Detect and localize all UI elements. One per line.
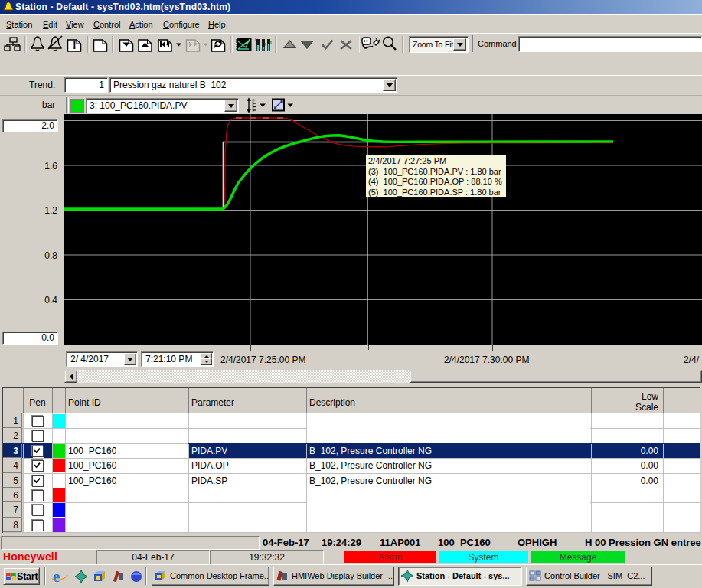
svg-text:!: ! <box>73 39 77 51</box>
svg-text:e: e <box>53 568 60 585</box>
